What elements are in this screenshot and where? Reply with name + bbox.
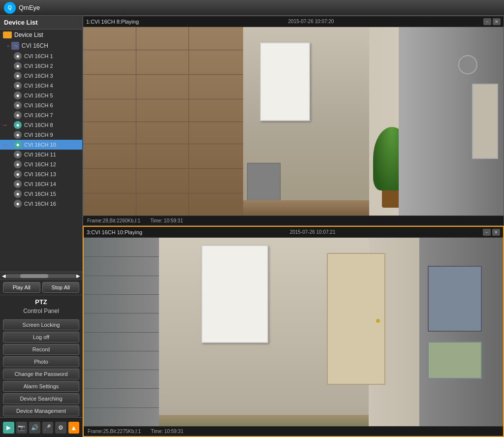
cam-icon-5: ● [14,92,22,99]
app-logo: Q [4,2,16,14]
cam-icon-14: ● [14,180,22,188]
channel-9[interactable]: ● CVI 16CH 9 [0,130,82,140]
device-searching-button[interactable]: Device Searching [3,393,79,404]
up-arrow-button[interactable]: ▲ [68,422,80,434]
channel-12[interactable]: ● CVI 16CH 12 [0,159,82,169]
cctv-view-1 [83,27,504,216]
cam-icon-9: ● [14,131,22,139]
log-off-button[interactable]: Log off [3,332,79,343]
video-footer-1: Frame:28,Bit:2260Kb,I:1 Time: 10:59:31 [83,216,504,225]
device-tree[interactable]: Device List − 📹 CVI 16CH ● CVI 16CH 1 ● … [0,30,82,272]
channel-3[interactable]: ● CVI 16CH 3 [0,71,82,81]
app-title: QmEye [19,4,40,11]
channel-7[interactable]: ● CVI 16CH 7 [0,110,82,120]
play-all-button[interactable]: Play All [3,282,40,293]
record-button[interactable]: Record [3,344,79,355]
video-header-1: 1:CVI 16CH 8:Playing 2015-07-26 10:07:20… [83,16,504,27]
tree-root-label: Device List [14,31,43,38]
change-password-button[interactable]: Change the Password [3,369,79,379]
video-controls-1: − ✕ [483,18,501,25]
horizontal-scrollbar[interactable]: ◀ ▶ [0,272,82,280]
device-management-button[interactable]: Device Management [3,406,79,416]
floor-1 [243,200,369,216]
video-timestamp-1: 2015-07-26 10:07:20 [288,19,334,24]
floor-2 [159,415,369,426]
expand-icon: − [7,43,10,49]
video-timestamp-2: 2015-07-26 10:07:21 [290,229,336,235]
time-1: Time: 10:59:31 [150,218,183,223]
speaker-icon[interactable]: 🔊 [29,422,40,434]
cam-icon-13: ● [14,170,22,178]
video-content-1 [83,27,504,216]
settings-icon[interactable]: ⚙ [55,422,66,434]
device-group-icon: 📹 [11,42,19,50]
video-content-2 [84,238,503,426]
stop-all-button[interactable]: Stop All [42,282,80,293]
channel-10[interactable]: → ● CVI 16CH 10 [0,140,82,150]
close-btn-2[interactable]: ✕ [492,229,500,236]
cam-icon-3: ● [14,72,22,80]
channel-11[interactable]: ● CVI 16CH 11 [0,150,82,159]
titlebar: Q QmEye [0,0,504,16]
wall-frame-2 [428,342,482,379]
time-2: Time: 10:59:31 [151,429,183,434]
channel-2[interactable]: ● CVI 16CH 2 [0,61,82,71]
channel-8[interactable]: → ● CVI 16CH 8 [0,120,82,130]
scroll-right[interactable]: ▶ [76,273,80,279]
scrollbar-track[interactable] [6,274,76,278]
cam-icon-7: ● [14,111,22,119]
tree-root-device-list[interactable]: Device List [0,30,82,40]
video-panel-2: 3:CVI 16CH 10:Playing 2015-07-26 10:07:2… [83,226,504,437]
screen-locking-button[interactable]: Screen Locking [3,319,79,330]
cam-icon-1: ● [14,52,22,60]
sidebar-header: Device List [0,16,82,30]
wall-panel-1 [472,84,498,159]
channel-13[interactable]: ● CVI 16CH 13 [0,169,82,179]
right-wall-1 [399,27,504,216]
play-icon[interactable]: ▶ [3,422,14,434]
channel-5[interactable]: ● CVI 16CH 5 [0,91,82,100]
camera-icon[interactable]: 📷 [16,422,28,434]
channel-15[interactable]: ● CVI 16CH 15 [0,189,82,199]
cam-icon-10: ● [14,141,22,149]
channel-16[interactable]: ● CVI 16CH 16 [0,199,82,209]
alarm-settings-button[interactable]: Alarm Settings [3,381,79,392]
minimize-btn-1[interactable]: − [483,18,491,25]
tree-group-cvi16ch[interactable]: − 📹 CVI 16CH [0,40,82,51]
action-buttons: Screen Locking Log off Record Photo Chan… [0,318,82,417]
cam-icon-16: ● [14,200,22,208]
folder-icon [3,31,12,38]
arrow-10: → [1,141,8,149]
bottom-toolbar: ▶ 📷 🔊 🎤 ⚙ ▲ [0,417,82,437]
right-wall-2 [419,238,503,426]
channel-4[interactable]: ● CVI 16CH 4 [0,81,82,91]
mic-icon[interactable]: 🎤 [42,422,54,434]
minimize-btn-2[interactable]: − [483,229,491,236]
frame-info-1: Frame:28,Bit:2260Kb,I:1 [87,218,140,223]
cam-icon-12: ● [14,160,22,168]
channel-1[interactable]: ● CVI 16CH 1 [0,51,82,61]
video-panel-1: 1:CVI 16CH 8:Playing 2015-07-26 10:07:20… [83,16,504,226]
content-area: 1:CVI 16CH 8:Playing 2015-07-26 10:07:20… [83,16,504,437]
cam-icon-11: ● [14,151,22,158]
scrollbar-thumb[interactable] [20,274,48,278]
video-title-2: 3:CVI 16CH 10:Playing [87,229,142,235]
wall-frame-1 [428,266,482,332]
video-title-1: 1:CVI 16CH 8:Playing [86,19,139,25]
photo-button[interactable]: Photo [3,356,79,367]
cabinets-2 [84,238,159,426]
scroll-left[interactable]: ◀ [2,273,6,279]
close-btn-1[interactable]: ✕ [493,18,501,25]
channel-14[interactable]: ● CVI 16CH 14 [0,179,82,189]
channel-6[interactable]: ● CVI 16CH 6 [0,100,82,110]
main-layout: Device List Device List − 📹 CVI 16CH ● C… [0,16,504,437]
cam-icon-2: ● [14,62,22,70]
ptz-section: PTZ Control Panel [0,295,82,318]
door-2 [327,253,385,385]
playback-controls: Play All Stop All [0,280,82,295]
control-panel-label: Control Panel [0,307,82,316]
cam-icon-6: ● [14,101,22,109]
clock [458,55,477,74]
whiteboard-2 [201,245,268,343]
door-knob-2 [376,319,380,323]
